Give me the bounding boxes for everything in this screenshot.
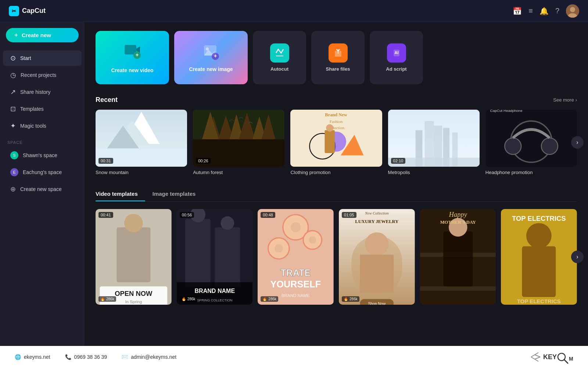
sidebar-item-share[interactable]: ↗ Share history xyxy=(3,84,82,100)
app-logo[interactable]: ✂ CapCut xyxy=(9,6,46,16)
logo-icon: ✂ xyxy=(9,6,19,16)
help-icon[interactable]: ? xyxy=(555,7,559,15)
main-layout: ＋ Create new ⊙ Start ◷ Recent projects ↗… xyxy=(0,22,588,346)
sidebar-item-templates[interactable]: ⊡ Templates xyxy=(3,101,82,117)
metro-thumbnail: 02:10 xyxy=(388,110,480,167)
svg-line-97 xyxy=(564,360,568,363)
headphone-thumbnail: CapCut Headphone Now showing Playlist 1:… xyxy=(485,110,577,167)
globe-icon: 🌐 xyxy=(15,354,21,360)
template-card-brand-name[interactable]: BRAND NAME SPRING COLLECTION 00:56 🔥 286… xyxy=(177,209,253,305)
recent-item-snow[interactable]: 00:31 Snow mountain xyxy=(96,110,187,175)
shawn-space-label: Shawn's space xyxy=(23,152,57,158)
open-now-badge: 🔥 286k xyxy=(98,296,116,302)
svg-rect-78 xyxy=(360,255,394,293)
sidebar-item-recent[interactable]: ◷ Recent projects xyxy=(3,67,82,83)
svg-rect-85 xyxy=(420,286,496,290)
templates-tabs: Video templates Image templates xyxy=(96,187,577,202)
svg-point-53 xyxy=(124,214,143,233)
autocut-card[interactable]: Autocut xyxy=(253,31,306,84)
recent-item-clothing[interactable]: Brand New Fashion Collection. Clothing p… xyxy=(290,110,382,175)
forest-thumbnail: 00:26 xyxy=(193,110,284,167)
svg-text:+: + xyxy=(214,53,217,59)
svg-text:+: + xyxy=(136,52,139,58)
share-files-card[interactable]: Share files xyxy=(311,31,365,84)
svg-point-49 xyxy=(541,138,558,155)
treat-time: 00:48 xyxy=(261,212,275,218)
svg-text:AI: AI xyxy=(394,50,398,55)
svg-point-67 xyxy=(291,222,301,233)
svg-text:TOP ELECTRICS: TOP ELECTRICS xyxy=(512,215,566,222)
svg-text:MOTHER'S DAY: MOTHER'S DAY xyxy=(440,220,476,225)
svg-point-91 xyxy=(526,223,552,248)
svg-point-69 xyxy=(275,244,283,253)
bell-icon[interactable]: 🔔 xyxy=(539,7,549,15)
svg-rect-52 xyxy=(116,227,150,282)
svg-rect-92 xyxy=(522,246,556,297)
template-card-open-now[interactable]: OPEN NOW In Spring 🔥 286k 00:41 xyxy=(96,209,172,305)
sidebar-item-eachung[interactable]: E Eachung's space xyxy=(3,164,82,180)
sidebar-label-templates: Templates xyxy=(20,106,44,112)
sidebar-item-magic[interactable]: ✦ Magic tools xyxy=(3,118,82,134)
templates-icon: ⊡ xyxy=(10,105,16,113)
app-name: CapCut xyxy=(22,7,46,15)
share-files-label: Share files xyxy=(326,66,350,72)
template-next-button[interactable]: › xyxy=(571,251,584,263)
svg-text:TRATE: TRATE xyxy=(281,268,311,278)
svg-text:LUXURY JEWELRY: LUXURY JEWELRY xyxy=(355,219,398,224)
create-video-label: Create new video xyxy=(111,67,153,73)
recent-next-button[interactable]: › xyxy=(571,136,584,149)
autocut-icon xyxy=(270,43,289,63)
metro-label: Metropolis xyxy=(388,170,480,175)
snow-time-badge: 00:31 xyxy=(98,158,113,164)
create-video-card[interactable]: + Create new video xyxy=(96,31,169,84)
treat-badge: 🔥 286k xyxy=(261,296,278,302)
list-icon[interactable]: ≡ xyxy=(528,7,533,15)
recent-grid: 00:31 Snow mountain xyxy=(96,110,577,175)
create-new-button[interactable]: ＋ Create new xyxy=(6,28,79,42)
svg-point-37 xyxy=(326,124,334,131)
autocut-label: Autocut xyxy=(270,66,288,72)
ad-script-icon: AI xyxy=(387,43,406,63)
watermark-phone: 📞 0969 38 36 39 xyxy=(65,354,107,360)
template-card-mothers[interactable]: Happy MOTHER'S DAY xyxy=(420,209,496,305)
brand-name-time: 00:56 xyxy=(180,212,194,218)
sidebar-item-create-space[interactable]: ⊕ Create new space xyxy=(3,181,82,197)
magic-icon: ✦ xyxy=(10,122,16,130)
tab-image-templates[interactable]: Image templates xyxy=(153,187,203,201)
svg-rect-59 xyxy=(215,227,240,287)
eachung-space-label: Eachung's space xyxy=(23,169,62,175)
phone-icon: 📞 xyxy=(65,354,71,360)
snow-thumbnail: 00:31 xyxy=(96,110,187,167)
eachung-avatar: E xyxy=(10,168,18,176)
recent-item-forest[interactable]: 00:26 Autumn forest xyxy=(193,110,284,175)
svg-text:SPRING COLLECTION: SPRING COLLECTION xyxy=(197,298,232,302)
sidebar-label-magic: Magic tools xyxy=(20,123,46,129)
create-button-label: Create new xyxy=(22,32,51,38)
svg-text:TOP ELECTRICS: TOP ELECTRICS xyxy=(517,298,561,304)
jewelry-time: 01:05 xyxy=(342,212,356,218)
recent-icon: ◷ xyxy=(10,71,16,79)
create-image-card[interactable]: + Create new image xyxy=(174,31,248,84)
recent-item-metro[interactable]: 02:10 Metropolis xyxy=(388,110,480,175)
ad-script-card[interactable]: AI Ad script xyxy=(370,31,423,84)
clothing-thumbnail: Brand New Fashion Collection. xyxy=(290,110,382,167)
sidebar-item-start[interactable]: ⊙ Start xyxy=(3,50,82,66)
avatar[interactable] xyxy=(566,4,579,18)
quick-actions-row: + Create new video + Create new image xyxy=(96,31,577,84)
video-card-icon: + xyxy=(123,42,141,64)
see-more-button[interactable]: See more › xyxy=(553,97,577,103)
forest-label: Autumn forest xyxy=(193,170,284,175)
template-card-treat[interactable]: TRATE YOURSELF BRAND NAME 00:48 🔥 286k xyxy=(258,209,334,305)
template-card-jewelry[interactable]: New Collection LUXURY JEWELRY Shop Now 0… xyxy=(339,209,415,305)
svg-text:BRAND NAME: BRAND NAME xyxy=(282,293,310,298)
template-card-electrics[interactable]: TOP ELECTRICS TOP ELECTRICS xyxy=(501,209,577,305)
calendar-icon[interactable]: 📅 xyxy=(513,7,522,15)
jewelry-inner: New Collection LUXURY JEWELRY Shop Now 0… xyxy=(339,209,415,305)
svg-rect-45 xyxy=(485,110,577,167)
svg-text:KEY: KEY xyxy=(543,353,557,361)
tab-video-templates[interactable]: Video templates xyxy=(96,187,145,201)
svg-text:BRAND NAME: BRAND NAME xyxy=(194,287,235,294)
share-files-icon xyxy=(329,43,348,63)
sidebar-item-shawn[interactable]: S Shawn's space xyxy=(3,148,82,163)
recent-item-headphone[interactable]: CapCut Headphone Now showing Playlist 1:… xyxy=(485,110,577,175)
